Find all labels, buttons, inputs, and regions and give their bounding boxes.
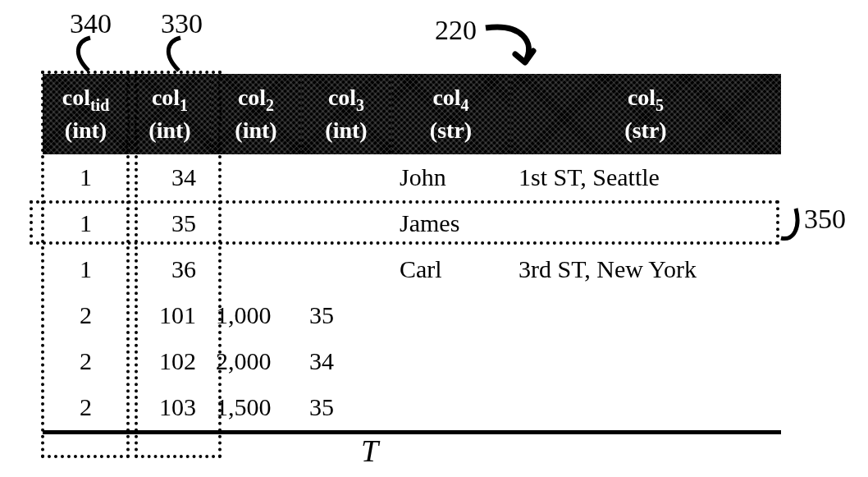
- col-header-tid: coltid (int): [43, 74, 129, 154]
- annotation-330: 330: [161, 10, 203, 38]
- table-row: 2 101 1,000 35: [43, 292, 781, 338]
- table-row: 1 36 Carl 3rd ST, New York: [43, 246, 781, 292]
- col-header-name: col: [62, 85, 90, 110]
- table-row: 1 34 John 1st ST, Seattle: [43, 154, 781, 200]
- cell-col4: Carl: [391, 246, 510, 292]
- cell-col4: [391, 292, 510, 338]
- cell-col3: [301, 200, 391, 246]
- cell-col2: [211, 154, 301, 200]
- bracket-350-icon: [778, 205, 811, 246]
- col-header-type: (int): [325, 117, 367, 143]
- col-header-name: col: [152, 85, 180, 110]
- col-header-sub: 3: [356, 96, 364, 114]
- cell-col5: [510, 384, 781, 433]
- cell-col1: 35: [129, 200, 211, 246]
- arrow-220-icon: [482, 18, 556, 76]
- cell-col1: 34: [129, 154, 211, 200]
- cell-tid: 2: [43, 338, 129, 384]
- cell-col4: James: [391, 200, 510, 246]
- table: coltid (int) col1 (int) col2 (int) col3 …: [43, 74, 781, 434]
- cell-col1: 36: [129, 246, 211, 292]
- cell-tid: 2: [43, 292, 129, 338]
- cell-col4: [391, 384, 510, 433]
- cell-col5: [510, 200, 781, 246]
- col-header-sub: 1: [180, 96, 188, 114]
- cell-tid: 2: [43, 384, 129, 433]
- table-row: 2 103 1,500 35: [43, 384, 781, 433]
- table-row: 1 35 James: [43, 200, 781, 246]
- col-header-name: col: [328, 85, 356, 110]
- col-header-type: (int): [235, 117, 276, 143]
- cell-tid: 1: [43, 154, 129, 200]
- bracket-330-icon: [164, 38, 205, 74]
- cell-col2: 1,000: [211, 292, 301, 338]
- cell-col2: 2,000: [211, 338, 301, 384]
- col-header-5: col5 (str): [510, 74, 781, 154]
- cell-col1: 103: [129, 384, 211, 433]
- table-caption: T: [361, 435, 378, 466]
- col-header-type: (str): [430, 117, 472, 143]
- cell-col3: [301, 154, 391, 200]
- cell-col5: [510, 338, 781, 384]
- cell-col3: [301, 246, 391, 292]
- col-header-1: col1 (int): [129, 74, 211, 154]
- cell-col3: 35: [301, 292, 391, 338]
- col-header-name: col: [432, 85, 460, 110]
- col-header-4: col4 (str): [391, 74, 510, 154]
- cell-col4: [391, 338, 510, 384]
- col-header-name: col: [628, 85, 656, 110]
- cell-tid: 1: [43, 246, 129, 292]
- cell-col4: John: [391, 154, 510, 200]
- col-header-3: col3 (int): [301, 74, 391, 154]
- data-table: coltid (int) col1 (int) col2 (int) col3 …: [43, 74, 781, 434]
- annotation-340: 340: [70, 10, 112, 38]
- cell-tid: 1: [43, 200, 129, 246]
- col-header-name: col: [238, 85, 266, 110]
- cell-col2: [211, 246, 301, 292]
- col-header-type: (int): [148, 117, 190, 143]
- bracket-340-icon: [74, 38, 115, 74]
- col-header-sub: tid: [90, 96, 109, 114]
- col-header-sub: 4: [461, 96, 469, 114]
- table-header-row: coltid (int) col1 (int) col2 (int) col3 …: [43, 74, 781, 154]
- cell-col5: 1st ST, Seattle: [510, 154, 781, 200]
- cell-col3: 35: [301, 384, 391, 433]
- col-header-type: (str): [624, 117, 666, 143]
- cell-col1: 101: [129, 292, 211, 338]
- col-header-2: col2 (int): [211, 74, 301, 154]
- cell-col1: 102: [129, 338, 211, 384]
- cell-col5: 3rd ST, New York: [510, 246, 781, 292]
- cell-col2: [211, 200, 301, 246]
- col-header-type: (int): [65, 117, 107, 143]
- cell-col5: [510, 292, 781, 338]
- annotation-220: 220: [435, 16, 477, 44]
- cell-col3: 34: [301, 338, 391, 384]
- col-header-sub: 5: [656, 96, 664, 114]
- cell-col2: 1,500: [211, 384, 301, 433]
- table-row: 2 102 2,000 34: [43, 338, 781, 384]
- col-header-sub: 2: [266, 96, 274, 114]
